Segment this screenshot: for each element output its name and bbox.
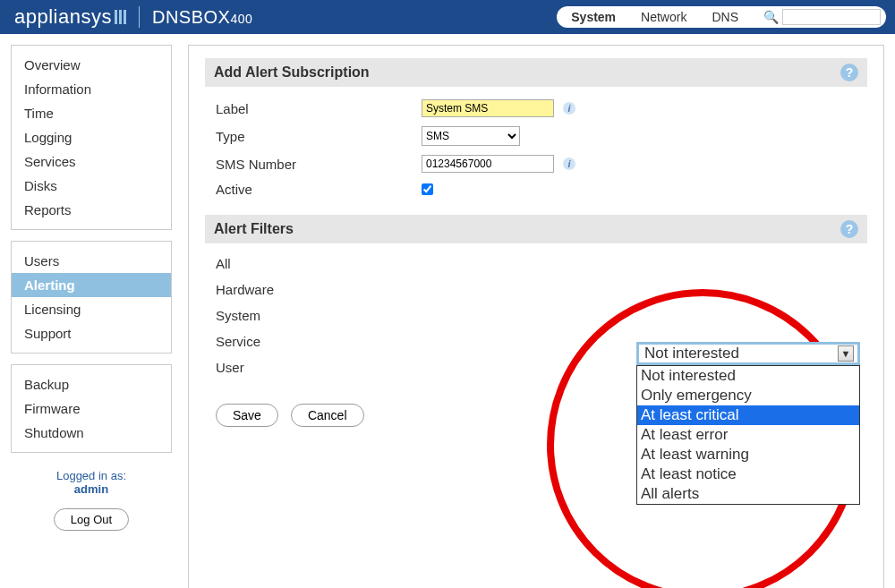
dropdown-selected-label: Not interested (644, 345, 739, 362)
sidebar-item-information[interactable]: Information (12, 77, 171, 101)
sidebar-group-1: Overview Information Time Logging Servic… (11, 45, 172, 230)
tab-network[interactable]: Network (641, 10, 686, 24)
logo-separator (139, 6, 140, 28)
chevron-down-icon[interactable]: ▼ (838, 345, 854, 362)
top-tabs: System Network DNS 🔍 (557, 6, 886, 28)
dropdown-option[interactable]: At least warning (637, 445, 859, 464)
login-box: Logged in as: admin Log Out (11, 464, 172, 531)
cancel-button[interactable]: Cancel (291, 404, 364, 427)
type-field-label: Type (216, 129, 422, 144)
sidebar-item-disks[interactable]: Disks (12, 174, 171, 198)
filter-row-system: System (216, 308, 857, 323)
logged-in-label: Logged in as: (11, 469, 172, 482)
dropdown-option[interactable]: At least notice (637, 464, 859, 484)
tab-system[interactable]: System (571, 10, 616, 24)
sms-input[interactable] (422, 155, 554, 173)
tab-dns[interactable]: DNS (712, 10, 738, 24)
sidebar-item-services[interactable]: Services (12, 149, 171, 174)
sidebar-item-alerting[interactable]: Alerting (12, 273, 171, 297)
sidebar-group-3: Backup Firmware Shutdown (11, 364, 172, 453)
brand-stripes-icon (115, 10, 126, 24)
top-bar: appliansys DNSBOX400 System Network DNS … (0, 0, 895, 34)
subscription-form: Label i Type SMS SMS Number i Active (205, 87, 867, 215)
dropdown-selected[interactable]: Not interested ▼ (636, 342, 860, 365)
help-icon[interactable]: ? (840, 220, 858, 238)
search-input[interactable] (782, 9, 881, 25)
sidebar-item-time[interactable]: Time (12, 101, 171, 125)
filter-level-dropdown[interactable]: Not interested ▼ Not interested Only eme… (636, 342, 860, 505)
search-box: 🔍 (763, 9, 881, 25)
filter-row-all: All (216, 256, 857, 271)
filters-title: Alert Filters (214, 221, 294, 237)
main-panel: Add Alert Subscription ? Label i Type SM… (188, 45, 884, 588)
subscription-header: Add Alert Subscription ? (205, 58, 867, 87)
filters-header: Alert Filters ? (205, 215, 867, 243)
dropdown-option[interactable]: At least error (637, 425, 859, 445)
product-name: DNSBOX400 (152, 7, 252, 28)
filter-row-hardware: Hardware (216, 282, 857, 297)
active-checkbox[interactable] (422, 183, 433, 195)
sidebar-item-backup[interactable]: Backup (12, 372, 171, 396)
dropdown-option[interactable]: Not interested (637, 366, 859, 386)
sidebar: Overview Information Time Logging Servic… (11, 45, 172, 588)
sidebar-item-reports[interactable]: Reports (12, 198, 171, 222)
sidebar-item-logging[interactable]: Logging (12, 125, 171, 149)
help-icon[interactable]: ? (840, 64, 858, 81)
dropdown-option[interactable]: All alerts (637, 484, 859, 504)
sidebar-item-shutdown[interactable]: Shutdown (12, 421, 171, 445)
sidebar-item-users[interactable]: Users (12, 249, 171, 273)
sidebar-group-2: Users Alerting Licensing Support (11, 241, 172, 354)
sidebar-item-overview[interactable]: Overview (12, 53, 171, 77)
brand-text: appliansys (14, 5, 112, 29)
label-field-label: Label (216, 101, 422, 116)
logo-block: appliansys DNSBOX400 (14, 5, 252, 29)
subscription-title: Add Alert Subscription (214, 64, 370, 81)
sms-field-label: SMS Number (216, 157, 422, 172)
dropdown-options: Not interested Only emergency At least c… (636, 365, 860, 505)
sidebar-item-firmware[interactable]: Firmware (12, 396, 171, 421)
type-select[interactable]: SMS (422, 126, 520, 146)
search-icon: 🔍 (763, 10, 779, 24)
info-icon[interactable]: i (563, 158, 575, 170)
sidebar-item-support[interactable]: Support (12, 321, 171, 345)
info-icon[interactable]: i (563, 102, 575, 115)
active-field-label: Active (216, 182, 422, 197)
dropdown-option[interactable]: At least critical (637, 405, 859, 425)
dropdown-option[interactable]: Only emergency (637, 386, 859, 405)
product-text: DNSBOX (152, 7, 230, 27)
label-input[interactable] (422, 99, 554, 117)
save-button[interactable]: Save (216, 404, 278, 427)
product-suffix: 400 (230, 12, 252, 26)
sidebar-item-licensing[interactable]: Licensing (12, 297, 171, 321)
logged-in-user: admin (11, 482, 172, 496)
logout-button[interactable]: Log Out (54, 508, 129, 531)
